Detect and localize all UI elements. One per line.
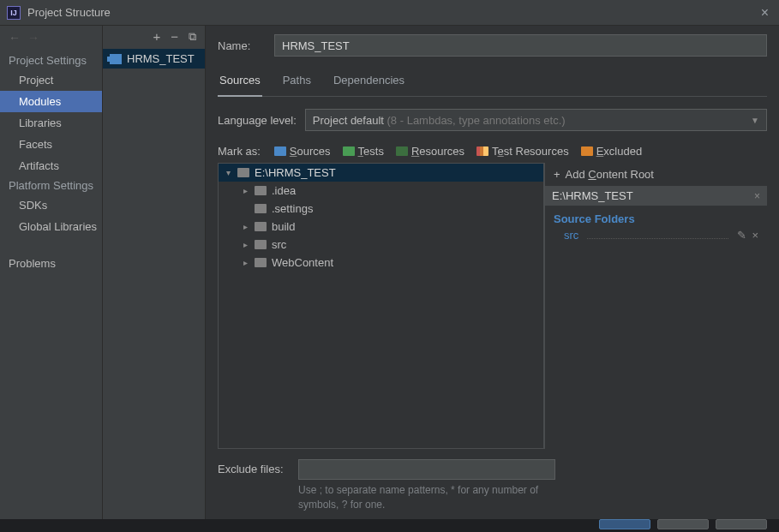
tree-item-label: src (272, 238, 286, 251)
folder-icon (255, 240, 267, 249)
chevron-down-icon[interactable]: ▾ (224, 168, 232, 177)
folder-icon (237, 168, 249, 177)
copy-module-icon[interactable]: ⧉ (189, 30, 196, 44)
tab-sources[interactable]: Sources (218, 69, 262, 97)
content-root-header[interactable]: E:\HRMS_TEST × (544, 186, 767, 206)
tree-item[interactable]: ▸ build (219, 218, 543, 236)
folder-test-resources-icon (476, 146, 488, 156)
mark-excluded-button[interactable]: Excluded (578, 143, 645, 159)
tree-item-label: WebContent (272, 256, 333, 269)
tab-dependencies[interactable]: Dependencies (332, 69, 406, 96)
mark-sources-button[interactable]: SSourcesources (271, 143, 334, 159)
app-icon: IJ (7, 6, 21, 20)
sidebar-item-libraries[interactable]: Libraries (0, 112, 102, 134)
sidebar-item-project[interactable]: Project (0, 69, 102, 91)
sidebar-item-modules[interactable]: Modules (0, 91, 102, 112)
sidebar-item-problems[interactable]: Problems (0, 253, 102, 274)
exclude-hint: Use ; to separate name patterns, * for a… (298, 483, 572, 512)
sidebar-section-project-settings: Project Settings (0, 51, 102, 69)
separator (587, 232, 728, 239)
mark-as-label: Mark as: (218, 145, 261, 158)
source-folder-label: src (564, 229, 578, 242)
language-level-hint: (8 - Lambdas, type annotations etc.) (384, 114, 566, 127)
module-name-input[interactable] (274, 34, 767, 57)
language-level-label: Language level: (218, 114, 297, 127)
chevron-right-icon[interactable]: ▸ (241, 258, 249, 267)
nav-forward-icon: → (27, 31, 39, 45)
chevron-right-icon[interactable]: ▸ (241, 222, 249, 231)
sidebar-section-platform-settings: Platform Settings (0, 176, 102, 194)
module-detail: Name: Sources Paths Dependencies Languag… (206, 26, 779, 519)
language-level-value: Project default (313, 114, 384, 127)
exclude-files-input[interactable] (298, 459, 555, 480)
settings-sidebar: ← → Project Settings Project Modules Lib… (0, 26, 103, 519)
tree-root-label: E:\HRMS_TEST (255, 166, 336, 179)
tree-item[interactable]: ▸ .idea (219, 182, 543, 200)
tree-root[interactable]: ▾ E:\HRMS_TEST (219, 164, 543, 182)
tree-item[interactable]: .settings (219, 200, 543, 218)
dialog-buttons (587, 519, 779, 532)
tree-item-label: .idea (272, 184, 296, 197)
tree-item[interactable]: ▸ WebContent (219, 254, 543, 272)
module-tabs: Sources Paths Dependencies (218, 69, 767, 97)
add-content-root-button[interactable]: + Add Content Root (544, 163, 767, 186)
add-module-icon[interactable]: + (153, 29, 160, 44)
close-icon[interactable]: × (758, 5, 772, 21)
module-item[interactable]: HRMS_TEST (103, 49, 205, 69)
plus-icon: + (554, 168, 560, 181)
folder-green-icon (343, 146, 355, 156)
apply-button[interactable] (716, 519, 767, 529)
language-level-select[interactable]: Project default (8 - Lambdas, type annot… (305, 109, 767, 131)
chevron-right-icon[interactable]: ▸ (241, 240, 249, 249)
ok-button[interactable] (599, 519, 650, 529)
folder-resources-icon (396, 146, 408, 156)
source-folders-heading: Source Folders (554, 212, 758, 225)
folder-icon (255, 258, 267, 267)
exclude-files-label: Exclude files: (218, 459, 290, 475)
tree-item-label: build (272, 220, 295, 233)
folder-excluded-icon (581, 146, 593, 156)
folder-blue-icon (274, 146, 286, 156)
remove-icon[interactable]: × (752, 229, 758, 242)
module-icon (110, 54, 122, 64)
nav-back-icon[interactable]: ← (9, 31, 21, 45)
source-folder-item[interactable]: src ✎ × (554, 229, 758, 242)
chevron-right-icon[interactable]: ▸ (241, 186, 249, 195)
content-root-path: E:\HRMS_TEST (552, 189, 633, 202)
content-roots-pane: + Add Content Root E:\HRMS_TEST × Source… (544, 163, 767, 449)
remove-module-icon[interactable]: − (171, 29, 178, 44)
remove-content-root-icon[interactable]: × (754, 190, 760, 202)
chevron-down-icon: ▼ (751, 116, 759, 125)
sidebar-item-global-libraries[interactable]: Global Libraries (0, 216, 102, 237)
folder-icon (255, 204, 267, 213)
name-label: Name: (218, 39, 266, 52)
edit-icon[interactable]: ✎ (737, 229, 746, 242)
tree-item[interactable]: ▸ src (219, 236, 543, 254)
titlebar: IJ Project Structure × (0, 0, 779, 26)
mark-tests-button[interactable]: Tests (339, 143, 387, 159)
folder-icon (255, 186, 267, 195)
sidebar-item-facets[interactable]: Facets (0, 134, 102, 155)
modules-list: + − ⧉ HRMS_TEST (103, 26, 206, 519)
window-title: Project Structure (27, 6, 758, 19)
source-tree[interactable]: ▾ E:\HRMS_TEST ▸ .idea .settings ▸ (218, 163, 544, 449)
folder-icon (255, 222, 267, 231)
sidebar-item-sdks[interactable]: SDKs (0, 194, 102, 216)
tree-item-label: .settings (272, 202, 313, 215)
tab-paths[interactable]: Paths (281, 69, 313, 96)
cancel-button[interactable] (657, 519, 709, 529)
mark-resources-button[interactable]: Resources (392, 143, 468, 159)
mark-test-resources-button[interactable]: Test Resources (473, 143, 572, 159)
module-label: HRMS_TEST (127, 52, 195, 65)
sidebar-item-artifacts[interactable]: Artifacts (0, 155, 102, 176)
